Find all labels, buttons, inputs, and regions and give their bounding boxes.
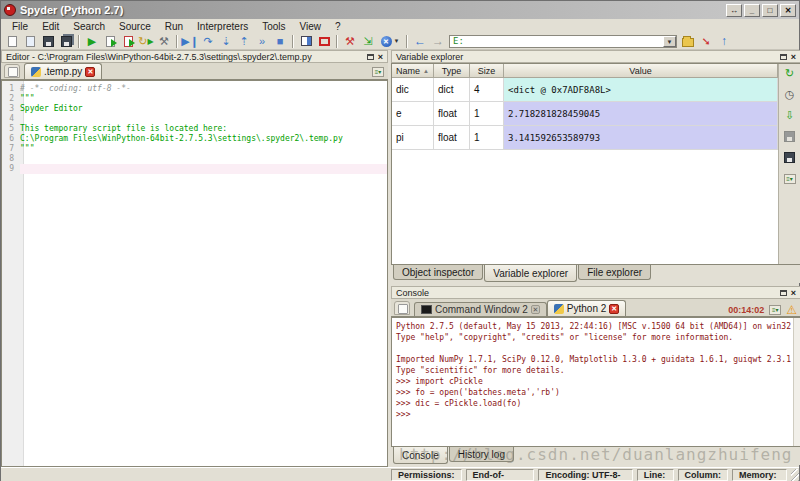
back-button[interactable]: ← [411,34,429,49]
undock-pane-icon[interactable] [780,290,787,296]
maximize-button[interactable]: □ [762,4,778,17]
title-bar: Spyder (Python 2.7) ↔ _ □ ✕ [1,1,799,19]
code-line: C:\Program Files\WinPython-64bit-2.7.5.3… [20,134,387,144]
minimize-button[interactable]: _ [744,4,760,17]
tab-object-inspector[interactable]: Object inspector [393,265,483,280]
maximize-pane-button[interactable] [297,34,315,49]
tab-file-explorer[interactable]: File explorer [578,265,651,280]
close-tab-icon[interactable]: ✕ [609,304,619,314]
debug-continue-button[interactable]: » [253,34,271,49]
close-pane-icon[interactable]: × [791,53,796,61]
fullscreen-button[interactable] [315,34,333,49]
variable-explorer-pane-header: Variable explorer × [391,50,800,63]
fullscreen-icon [319,37,330,46]
refresh-icon[interactable]: ↻ [782,66,798,81]
debug-icon: ▶❙ [181,36,199,47]
console-scrollbar[interactable] [793,318,800,446]
open-file-button[interactable] [21,34,39,49]
python-icon [554,304,564,314]
working-directory-combobox[interactable]: E: ▼ [449,35,677,48]
console-bottom-tab-bar: Console History log [393,447,800,465]
step-return-button[interactable]: ⇡ [235,34,253,49]
status-eol: End-of-lines: CRLF [466,469,535,481]
save-data-icon[interactable] [782,129,798,144]
close-pane-icon[interactable]: × [378,53,383,61]
tab-console[interactable]: Console [393,447,448,464]
step-over-button[interactable]: ↷ [199,34,217,49]
column-header-size[interactable]: Size [470,64,504,78]
table-row[interactable]: dic dict 4 <dict @ 0x7ADF8A8L> [392,78,778,102]
console-output[interactable]: Python 2.7.5 (default, May 15 2013, 22:4… [391,317,800,447]
debug-button[interactable]: ▶❙ [181,34,199,49]
rerun-button[interactable]: ↻▶ [137,34,155,49]
set-console-directory-button[interactable]: ➘ [697,34,715,49]
editor-pane-title: Editor - C:\Program Files\WinPython-64bi… [6,52,312,62]
save-button[interactable] [39,34,57,49]
close-pane-icon[interactable]: × [791,289,796,297]
options-icon[interactable]: ≡▾ [782,171,798,186]
table-row[interactable]: pi float 1 3.141592653589793 [392,126,778,150]
variable-size: 1 [470,126,504,149]
editor-code-area[interactable]: 1# -*- coding: utf-8 -*- 2""" 3Spyder Ed… [1,80,388,467]
pythonpath-button[interactable]: ⇲ [359,34,377,49]
run-button[interactable]: ▶ [83,34,101,49]
combobox-dropdown-button[interactable]: ▼ [663,36,676,47]
menu-tools[interactable]: Tools [255,21,292,32]
save-data-as-icon[interactable] [782,150,798,165]
debug-stop-button[interactable]: ■ [271,34,289,49]
window-pin-button[interactable]: ↔ [726,4,742,17]
browse-tabs-button[interactable] [394,301,410,315]
close-button[interactable]: ✕ [780,4,796,17]
console-line: Type "help", "copyright", "credits" or "… [396,332,800,343]
menu-source[interactable]: Source [112,21,158,32]
close-tab-icon[interactable]: ✕ [531,305,540,314]
line-number: 9 [2,164,20,174]
warning-icon[interactable]: ⚠ [786,304,797,316]
parent-directory-button[interactable]: ↑ [715,34,733,49]
import-data-icon[interactable]: ⇩ [782,108,798,123]
run-cell-icon [106,36,115,47]
variable-type: float [434,102,470,125]
forward-button[interactable]: → [429,34,447,49]
column-header-type[interactable]: Type [434,64,470,78]
preferences-button[interactable]: ⚒ [341,34,359,49]
code-line: """ [20,94,387,104]
close-tab-icon[interactable]: ✕ [85,67,95,77]
browse-directory-button[interactable] [679,34,697,49]
spyder-menu-button[interactable]: ✕▼ [377,34,403,49]
menu-edit[interactable]: Edit [35,21,66,32]
step-return-icon: ⇡ [239,36,248,47]
menu-interpreters[interactable]: Interpreters [190,21,255,32]
editor-tab-temp-py[interactable]: .temp.py ✕ [24,63,102,79]
column-header-name[interactable]: Name▲ [392,64,434,78]
step-into-button[interactable]: ⇣ [217,34,235,49]
column-header-value[interactable]: Value [504,64,778,78]
variable-value: 3.141592653589793 [504,126,778,149]
undock-pane-icon[interactable] [780,54,787,60]
undock-pane-icon[interactable] [367,54,374,60]
toolbar-separator [292,35,294,48]
run-cell-advance-button[interactable] [119,34,137,49]
run-cell-button[interactable] [101,34,119,49]
editor-options-icon[interactable]: ≡▾ [372,67,384,77]
variable-type: float [434,126,470,149]
table-row[interactable]: e float 1 2.718281828459045 [392,102,778,126]
save-all-button[interactable] [57,34,75,49]
open-file-icon [26,36,35,47]
browse-tabs-button[interactable] [4,64,20,78]
run-configure-button[interactable]: ⚒ [155,34,173,49]
tab-python-2[interactable]: Python 2 ✕ [547,300,626,316]
menu-file[interactable]: File [5,21,35,32]
resize-grip-icon[interactable] [791,469,799,481]
menu-view[interactable]: View [293,21,329,32]
menu-run[interactable]: Run [158,21,190,32]
console-options-icon[interactable]: ≡▾ [769,305,781,315]
tab-command-window[interactable]: Command Window 2 ✕ [414,302,547,316]
auto-refresh-icon[interactable]: ◷ [782,87,798,102]
step-into-icon: ⇣ [221,36,230,47]
menu-help[interactable]: ? [328,21,348,32]
new-file-button[interactable] [3,34,21,49]
tab-variable-explorer[interactable]: Variable explorer [484,265,577,282]
tab-history-log[interactable]: History log [449,447,514,462]
menu-search[interactable]: Search [66,21,112,32]
